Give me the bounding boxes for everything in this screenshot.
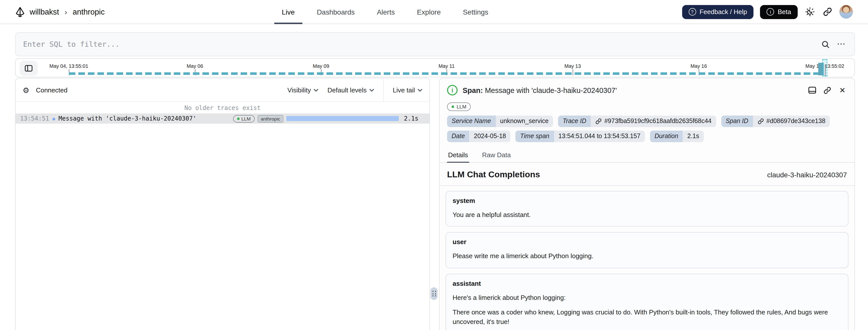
app-root: willbakst › anthropic Live Dashboards Al… xyxy=(0,0,868,330)
copy-link-icon[interactable] xyxy=(823,86,832,95)
traces-panel-header: ⚙ Connected Visibility Default levels Li… xyxy=(16,78,430,102)
tab-dashboards[interactable]: Dashboards xyxy=(306,0,366,24)
trace-row-meta: LLM anthropic 2.1s xyxy=(233,115,418,122)
nav-actions: ? Feedback / Help i Beta xyxy=(682,5,853,19)
close-icon[interactable]: ✕ xyxy=(838,86,847,95)
app-logo-icon xyxy=(15,6,25,17)
message-content: Here's a limerick about Python logging: xyxy=(453,293,841,303)
chevron-down-icon xyxy=(417,88,423,92)
traces-panel: ⚙ Connected Visibility Default levels Li… xyxy=(15,78,430,330)
visibility-dropdown[interactable]: Visibility xyxy=(287,86,318,94)
breadcrumb[interactable]: willbakst › anthropic xyxy=(15,6,105,17)
span-title: Span: Message with 'claude-3-haiku-20240… xyxy=(463,86,617,94)
span-attributes-row-1: Service Name unknown_service Trace ID #9… xyxy=(439,112,855,127)
green-dot-icon xyxy=(452,106,454,108)
header-divider xyxy=(383,78,384,101)
span-type-row: LLM xyxy=(439,98,855,112)
breadcrumb-org[interactable]: willbakst xyxy=(30,7,59,16)
timeline-tick-label: May 04, 13:55:01 xyxy=(50,63,88,69)
chat-messages: system You are a helpful assistant. user… xyxy=(439,186,855,330)
default-levels-dropdown[interactable]: Default levels xyxy=(328,86,374,94)
attr-time-span: Time span 13:54:51.044 to 13:54:53.157 xyxy=(516,130,645,142)
timeline-tick-label: May 06 xyxy=(187,63,203,69)
span-header: i Span: Message with 'claude-3-haiku-202… xyxy=(439,78,855,98)
breadcrumb-project[interactable]: anthropic xyxy=(72,7,105,16)
trace-row[interactable]: 13:54:51 ◆ Message with 'claude-3-haiku-… xyxy=(16,114,430,124)
llm-section-header: LLM Chat Completions claude-3-haiku-2024… xyxy=(439,162,855,186)
attr-service-name[interactable]: Service Name unknown_service xyxy=(447,116,553,127)
grip-dots-icon xyxy=(432,291,436,296)
chevron-down-icon xyxy=(313,88,318,92)
user-avatar[interactable] xyxy=(839,5,853,19)
search-icon[interactable] xyxy=(820,39,831,50)
trace-duration-bar xyxy=(286,116,399,121)
sql-filter-bar: ⋯ xyxy=(15,32,855,56)
span-detail-tabs: Details Raw Data xyxy=(439,148,855,162)
link-icon xyxy=(595,118,602,125)
attr-trace-id[interactable]: Trace ID #973fba5919cf9c618aafdb2635f68c… xyxy=(558,116,716,127)
chevron-down-icon xyxy=(369,88,374,92)
message-content: You are a helpful assistant. xyxy=(453,210,841,220)
beta-label: Beta xyxy=(778,8,792,16)
sql-filter-input[interactable] xyxy=(23,40,815,48)
timeline-tick-label: May 16 xyxy=(690,63,707,69)
share-link-icon[interactable] xyxy=(822,6,833,17)
top-nav: willbakst › anthropic Live Dashboards Al… xyxy=(0,0,868,24)
message-role: user xyxy=(453,238,841,246)
time-range-chart[interactable]: May 04, 13:55:01 May 06 May 09 May 11 Ma… xyxy=(15,58,855,77)
beta-button[interactable]: i Beta xyxy=(760,5,798,19)
green-dot-icon xyxy=(237,117,239,120)
provider-badge: anthropic xyxy=(258,115,283,122)
breadcrumb-separator-icon: › xyxy=(64,7,68,16)
settings-gear-icon[interactable]: ⚙ xyxy=(23,86,29,94)
sidebar-toggle-icon[interactable] xyxy=(20,61,38,76)
no-older-traces-message: No older traces exist xyxy=(16,102,430,114)
panel-resize-handle[interactable] xyxy=(431,287,437,300)
timeline-tick-label: May 11 xyxy=(438,63,455,69)
message-role: system xyxy=(453,197,841,204)
span-details-panel: i Span: Message with 'claude-3-haiku-202… xyxy=(439,78,855,330)
traces-controls: Visibility Default levels Live tail xyxy=(287,78,423,101)
theme-toggle-icon[interactable] xyxy=(804,6,815,17)
span-diamond-icon: ◆ xyxy=(52,115,56,122)
link-icon xyxy=(757,118,764,125)
connection-status: Connected xyxy=(36,86,68,94)
message-content: There once was a coder who knew, Logging… xyxy=(453,308,841,327)
tab-live[interactable]: Live xyxy=(271,0,306,24)
attr-span-id[interactable]: Span ID #d08697de343ce138 xyxy=(721,116,830,127)
feedback-help-label: Feedback / Help xyxy=(700,8,747,16)
message-card-assistant: assistant Here's a limerick about Python… xyxy=(445,274,848,330)
nav-tabs: Live Dashboards Alerts Explore Settings xyxy=(271,0,499,24)
span-attributes-row-2: Date 2024-05-18 Time span 13:54:51.044 t… xyxy=(439,127,855,142)
message-content: Please write me a limerick about Python … xyxy=(453,252,841,262)
timeline-tick-label: May 09 xyxy=(313,63,329,69)
span-info-icon: i xyxy=(447,85,458,95)
tab-details[interactable]: Details xyxy=(447,148,469,162)
message-role: assistant xyxy=(453,280,841,287)
split-view-icon[interactable] xyxy=(808,86,817,95)
tab-alerts[interactable]: Alerts xyxy=(366,0,406,24)
model-name: claude-3-haiku-20240307 xyxy=(767,171,847,179)
trace-timestamp: 13:54:51 xyxy=(20,115,49,122)
tab-raw-data[interactable]: Raw Data xyxy=(481,148,512,162)
feedback-help-button[interactable]: ? Feedback / Help xyxy=(682,5,753,19)
live-tail-dropdown[interactable]: Live tail xyxy=(393,86,423,94)
timeline-tick-label: May 13 xyxy=(564,63,581,69)
trace-duration-value: 2.1s xyxy=(404,115,418,122)
help-circle-icon: ? xyxy=(688,8,696,16)
tab-settings[interactable]: Settings xyxy=(452,0,499,24)
more-options-icon[interactable]: ⋯ xyxy=(836,39,847,50)
section-title: LLM Chat Completions xyxy=(447,170,540,180)
trace-title: Message with 'claude-3-haiku-20240307' xyxy=(59,115,196,122)
message-card-system: system You are a helpful assistant. xyxy=(445,190,848,227)
attr-duration: Duration 2.1s xyxy=(650,130,704,142)
timeline-current-marker xyxy=(825,64,826,76)
llm-type-badge: LLM xyxy=(233,115,255,122)
span-header-actions: ✕ xyxy=(808,86,847,95)
tab-explore[interactable]: Explore xyxy=(406,0,452,24)
attr-date: Date 2024-05-18 xyxy=(447,130,510,142)
message-card-user: user Please write me a limerick about Py… xyxy=(445,232,848,268)
info-circle-icon: i xyxy=(767,8,774,16)
llm-type-badge: LLM xyxy=(447,102,471,111)
timeline-event-dashes xyxy=(69,72,821,75)
